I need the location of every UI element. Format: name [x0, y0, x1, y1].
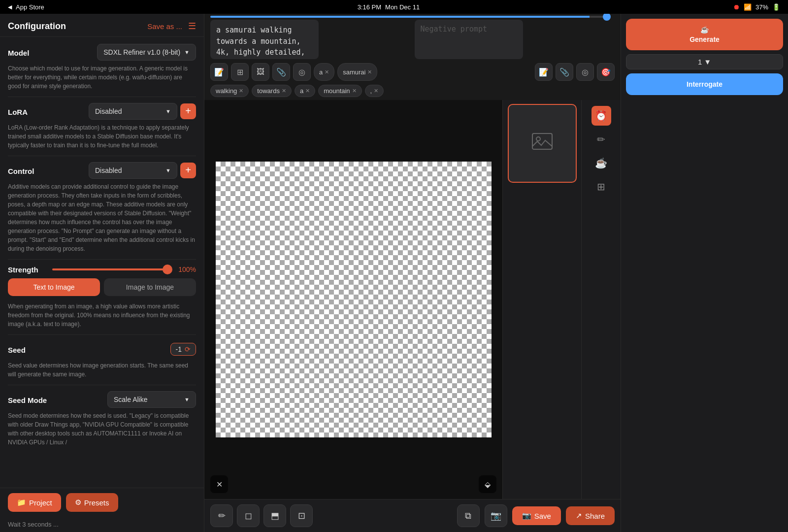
tag-samurai-btn[interactable]: samurai ✕ — [337, 63, 377, 81]
neg-circle-icon-btn[interactable]: ◎ — [576, 63, 594, 81]
generation-mode-tabs: Text to Image Image to Image — [8, 278, 196, 296]
tag-mountain[interactable]: mountain ✕ — [318, 85, 361, 97]
generate-button[interactable]: ☕ Generate — [626, 19, 783, 50]
neg-clip-icon-btn[interactable]: 📎 — [556, 63, 573, 81]
clip-icon-btn[interactable]: 📎 — [272, 63, 290, 81]
app-store-label[interactable]: App Store — [16, 3, 44, 11]
strength-row: Strength 100% — [8, 265, 196, 274]
control-add-button[interactable]: + — [180, 163, 196, 178]
copy-tool-btn[interactable]: ⧉ — [457, 504, 480, 527]
tag-a-btn[interactable]: a ✕ — [314, 63, 334, 81]
count-selector[interactable]: 1 ▼ — [626, 54, 783, 69]
canvas-corner-bl-btn[interactable]: ✕ — [210, 475, 228, 493]
tab-image-to-image[interactable]: Image to Image — [104, 278, 196, 296]
seed-input[interactable]: -1 ⟳ — [170, 343, 196, 356]
lora-dropdown[interactable]: Disabled ▼ — [89, 103, 177, 120]
strength-slider[interactable] — [52, 265, 171, 274]
model-dropdown[interactable]: SDXL Refiner v1.0 (8-bit) ▼ — [97, 44, 196, 61]
count-chevron-icon: ▼ — [704, 58, 711, 66]
top-slider-area — [204, 14, 621, 20]
thumbnail-box[interactable] — [508, 104, 577, 183]
top-progress-slider[interactable] — [210, 16, 610, 18]
neg-text-icon-btn[interactable]: 📝 — [535, 63, 553, 81]
battery-icon: 🔋 — [772, 3, 780, 11]
strength-description: When generating from an image, a high va… — [8, 302, 196, 329]
share-button[interactable]: ↗ Share — [566, 506, 615, 525]
seed-mode-chevron-icon: ▼ — [184, 397, 190, 402]
wifi-icon: 📶 — [744, 3, 752, 11]
divider-3 — [8, 259, 196, 260]
seed-mode-label: Seed Mode — [8, 396, 47, 404]
lora-value: Disabled — [95, 107, 122, 115]
interrogate-button[interactable]: Interrogate — [626, 73, 783, 95]
negative-prompt-input[interactable] — [415, 20, 523, 59]
canvas-tools-left: ✏ ◻ ⬒ ⊡ — [210, 504, 313, 527]
strength-track — [52, 268, 171, 270]
image-icon-btn[interactable]: 🖼 — [252, 63, 269, 81]
prompt-right — [415, 20, 615, 61]
seed-label: Seed — [8, 346, 26, 354]
main-center: 📝 ⊞ 🖼 📎 ◎ a ✕ samurai ✕ 📝 📎 ◎ 🎯 walking … — [204, 14, 621, 532]
generate-label: Generate — [690, 35, 720, 43]
presets-label: Presets — [84, 499, 109, 507]
save-button[interactable]: 📷 Save — [512, 506, 561, 525]
right-panel: ⏰ ✏ ☕ ⊞ — [581, 100, 621, 499]
coffee-icon-btn[interactable]: ☕ — [591, 153, 611, 173]
seed-refresh-icon[interactable]: ⟳ — [185, 345, 191, 353]
sidebar: Configuration Save as ... ☰ Model SDXL R… — [0, 14, 204, 532]
sidebar-content: Model SDXL Refiner v1.0 (8-bit) ▼ Choose… — [0, 37, 204, 488]
stamp-tool-btn[interactable]: ⬒ — [263, 504, 286, 527]
strength-value: 100% — [176, 266, 196, 273]
edit-icon-btn[interactable]: ✏ — [591, 130, 611, 149]
tag-a2[interactable]: a ✕ — [295, 85, 315, 97]
seed-description: Seed value determines how image generati… — [8, 361, 196, 379]
strength-thumb — [163, 265, 172, 274]
control-value: Disabled — [95, 166, 122, 174]
thumbnail-placeholder-icon — [530, 130, 554, 157]
control-description: Additive models can provide additional c… — [8, 182, 196, 253]
pencil-tool-btn[interactable]: ✏ — [210, 504, 233, 527]
tag-comma[interactable]: , ✕ — [365, 85, 384, 97]
seed-mode-description: Seed mode determines how the seed is use… — [8, 411, 196, 447]
menu-icon[interactable]: ☰ — [188, 21, 196, 32]
tag-towards[interactable]: towards ✕ — [252, 85, 292, 97]
control-dropdown[interactable]: Disabled ▼ — [89, 162, 177, 179]
seed-mode-row: Seed Mode Scale Alike ▼ — [8, 390, 196, 408]
circle-icon-btn[interactable]: ◎ — [293, 63, 311, 81]
presets-button[interactable]: ⚙ Presets — [66, 493, 118, 512]
status-time: 3:16 PM — [358, 3, 381, 11]
canvas-tools-right: ⧉ 📷 📷 Save ↗ Share — [457, 504, 615, 527]
camera-tool-btn[interactable]: 📷 — [485, 504, 507, 527]
lora-add-button[interactable]: + — [180, 103, 196, 119]
seed-mode-dropdown[interactable]: Scale Alike ▼ — [107, 391, 196, 408]
tags-row: walking ✕ towards ✕ a ✕ mountain ✕ , ✕ — [204, 83, 621, 100]
divider-4 — [8, 334, 196, 335]
eraser-tool-btn[interactable]: ◻ — [237, 504, 260, 527]
prompt-left — [210, 20, 411, 61]
grid-icon-btn[interactable]: ⊞ — [231, 63, 249, 81]
seed-row: Seed -1 ⟳ — [8, 340, 196, 358]
wait-status: Wait 3 seconds ... — [0, 517, 204, 532]
canvas-and-right: ✕ ⬙ ⏰ ✏ ☕ — [204, 100, 621, 499]
text-icon-btn[interactable]: 📝 — [210, 63, 228, 81]
project-button[interactable]: 📁 Project — [8, 493, 61, 512]
neg-target-icon-btn[interactable]: 🎯 — [597, 63, 615, 81]
record-icon: ⏺ — [733, 3, 740, 11]
tag-walking[interactable]: walking ✕ — [210, 85, 249, 97]
control-label: Control — [8, 167, 34, 175]
canvas-corner-br-btn[interactable]: ⬙ — [479, 475, 496, 493]
prompt-input[interactable] — [210, 20, 319, 59]
lora-label: LoRA — [8, 108, 28, 116]
right-controls-col: ☕ Generate 1 ▼ Interrogate — [621, 14, 788, 532]
generate-icon: ☕ — [700, 26, 709, 33]
svg-point-1 — [536, 137, 540, 141]
save-as-button[interactable]: Save as ... — [147, 22, 182, 31]
grid-view-icon-btn[interactable]: ⊞ — [591, 177, 611, 197]
history-icon-btn[interactable]: ⏰ — [591, 106, 611, 126]
canvas-area[interactable]: ✕ ⬙ — [204, 100, 502, 499]
tab-text-to-image[interactable]: Text to Image — [8, 278, 100, 296]
model-description: Choose which model to use for image gene… — [8, 64, 196, 91]
selection-tool-btn[interactable]: ⊡ — [290, 504, 313, 527]
lora-chevron-icon: ▼ — [165, 108, 171, 114]
canvas-toolbar: ✏ ◻ ⬒ ⊡ ⧉ 📷 📷 Save ↗ Share — [204, 499, 621, 532]
